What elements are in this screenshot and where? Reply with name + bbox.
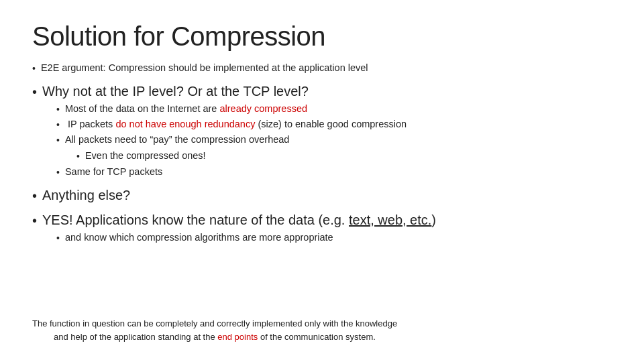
bullet-4-sub-1-text: and know which compression algorithms ar… [65, 231, 333, 245]
bullet-4-group: • YES! Applications know the nature of t… [32, 211, 612, 247]
bullet-2-sub-3-text: All packets need to “pay” the compressio… [65, 133, 290, 147]
bullet-3-dot: • [32, 187, 37, 204]
bullet-2-sub-1-dot: • [56, 103, 60, 117]
bullet-4-sub-bullets: • and know which compression algorithms … [56, 231, 612, 245]
footer-line2-post: of the communication system. [258, 332, 376, 342]
bullet-2-sub-3-subsub-1: • Even the compressed ones! [76, 149, 612, 164]
bullet-1-text: E2E argument: Compression should be impl… [41, 61, 368, 76]
bullet-2-sub-2: • IP packets do not have enough redundan… [56, 117, 612, 132]
bullet-2-sub-3-dot: • [56, 133, 60, 147]
bullet-2-sub-2-dot: • [56, 118, 60, 132]
bullet-2-sub-3-subsub-1-dot: • [76, 149, 80, 164]
bullet-2-sub-4: • Same for TCP packets [56, 165, 612, 180]
bullet-1-group: • E2E argument: Compression should be im… [32, 61, 612, 77]
bullet-2-sub-3: • All packets need to “pay” the compress… [56, 133, 612, 147]
bullet-2-sub-4-dot: • [56, 166, 60, 180]
bullet-1: • E2E argument: Compression should be im… [32, 61, 612, 76]
bullet-2: • Why not at the IP level? Or at the TCP… [32, 82, 612, 101]
bullet-3: • Anything else? [32, 186, 612, 204]
bullet-2-group: • Why not at the IP level? Or at the TCP… [32, 82, 612, 181]
bullet-2-sub-1: • Most of the data on the Internet are a… [56, 102, 612, 117]
bullet-2-dot: • [32, 83, 37, 101]
bullet-4-dot: • [32, 212, 37, 229]
slide: Solution for Compression • E2E argument:… [0, 0, 644, 362]
footer-line2-red: end points [217, 332, 258, 342]
slide-title: Solution for Compression [32, 21, 612, 52]
bullet-4-sub-1-dot: • [56, 231, 60, 245]
bullet-4: • YES! Applications know the nature of t… [32, 211, 612, 229]
bullet-2-sub-1-text: Most of the data on the Internet are alr… [65, 102, 307, 117]
text-underline-text: text, web, etc. [349, 213, 431, 227]
footer-line1: The function in question can be complete… [32, 317, 612, 330]
footer-line2: and help of the application standing at … [32, 330, 612, 344]
bullet-2-text: Why not at the IP level? Or at the TCP l… [42, 82, 309, 100]
bullet-1-dot: • [32, 62, 36, 76]
bullet-2-sub-2-text: IP packets do not have enough redundancy… [65, 117, 407, 132]
bullet-3-group: • Anything else? [32, 186, 612, 206]
bullet-4-text: YES! Applications know the nature of the… [42, 211, 436, 229]
bullet-2-sub-3-subsub-1-text: Even the compressed ones! [85, 149, 206, 164]
footer: The function in question can be complete… [32, 317, 612, 343]
text-no-redundancy: do not have enough redundancy [115, 119, 255, 129]
bullet-2-sub-3-subsub: • Even the compressed ones! [76, 149, 612, 164]
bullet-4-sub-1: • and know which compression algorithms … [56, 231, 612, 245]
bullet-2-sub-bullets: • Most of the data on the Internet are a… [56, 102, 612, 180]
text-already-compressed: already compressed [219, 103, 307, 114]
footer-line2-pre: and help of the application standing at … [54, 332, 217, 342]
bullet-3-text: Anything else? [42, 186, 130, 204]
bullet-2-sub-4-text: Same for TCP packets [65, 165, 162, 180]
slide-content: • E2E argument: Compression should be im… [32, 61, 612, 249]
